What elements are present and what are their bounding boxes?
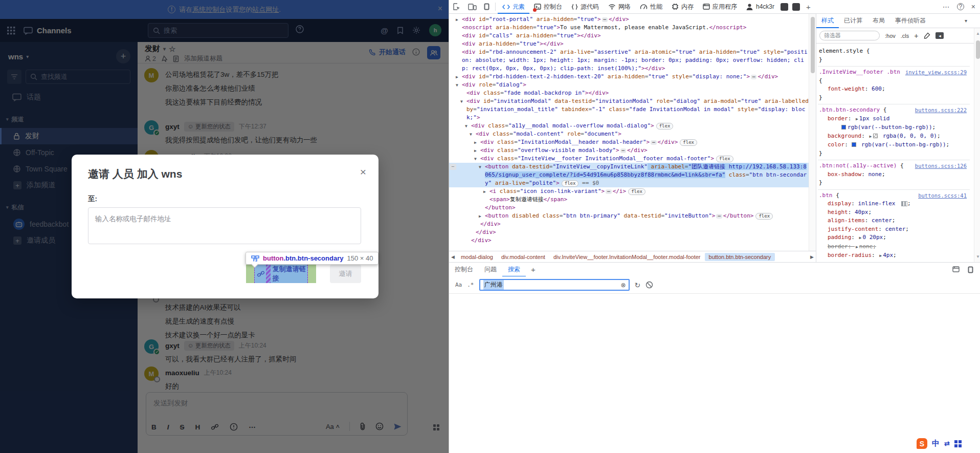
css-rule[interactable]: buttons.scss:41.btn {display: inline-fle… [818, 190, 970, 263]
styles-tab-事件侦听器[interactable]: 事件侦听器 [890, 14, 931, 28]
css-property[interactable]: font-weight: 600; [819, 85, 969, 94]
drawer-tab-问题[interactable]: 问题 [479, 263, 502, 277]
crumb-scroll-right-icon[interactable]: ▶ [808, 254, 816, 260]
css-property[interactable]: height: 40px; [819, 208, 969, 217]
dom-node[interactable]: </div> [449, 220, 809, 228]
dom-scrollbar[interactable] [809, 14, 816, 251]
drawer-dock-icon[interactable] [952, 266, 960, 273]
dom-node[interactable]: ▼<div class="a11y__modal modal--overflow… [449, 122, 809, 130]
dom-node[interactable]: <div aria-hidden="true"></div> [449, 40, 809, 48]
stylesheet-link[interactable]: invite_view.scss:29 [905, 68, 967, 77]
flex-badge[interactable]: flex [716, 156, 733, 162]
devtools-tab-网络[interactable]: 网络 [604, 0, 635, 14]
css-property[interactable]: border: ▶none; [819, 243, 969, 252]
devtools-tab-元素[interactable]: 元素 [498, 0, 529, 14]
ime-logo[interactable]: S [917, 438, 927, 449]
dom-node[interactable]: ▶<div class="InvitationModal__header mod… [449, 138, 809, 146]
css-property[interactable]: justify-content: center; [819, 225, 969, 234]
copy-invite-link-button[interactable]: 复制邀请链接 [246, 265, 316, 283]
expand-arrow-icon[interactable]: ▶ [483, 188, 486, 196]
invite-button[interactable]: 邀请 [330, 265, 361, 283]
css-property[interactable]: border: ▶1px solidrgb(var(--button-bg-rg… [819, 115, 969, 132]
expand-arrow-icon[interactable]: ▼ [460, 98, 463, 106]
dom-node[interactable]: ▼<div role="dialog"> [449, 81, 809, 89]
breadcrumb-item[interactable]: div.modal-content [497, 253, 549, 261]
css-property[interactable]: box-shadow: none; [819, 170, 969, 179]
expand-arrow-icon[interactable]: ▼ [470, 131, 472, 139]
crumb-scroll-left-icon[interactable]: ◀ [449, 254, 457, 260]
device-toolbar-icon[interactable] [464, 3, 480, 10]
dom-node[interactable]: ▶<div id="rbd-hidden-text-2-hidden-text-… [449, 73, 809, 81]
computed-sidebar-toggle-icon[interactable]: ◂ [936, 32, 944, 39]
collapsed-ellipsis[interactable]: ⋯ [651, 140, 656, 145]
expand-arrow-icon[interactable]: ▶ [456, 73, 458, 81]
css-rule[interactable]: invite_view.scss:29.InviteView__footer .… [818, 67, 970, 104]
styles-filter-input[interactable]: 筛选器 [819, 31, 880, 40]
dom-node-selected[interactable]: ⋯▼<button data-testid="InviteView__copyI… [449, 163, 809, 187]
ime-switch-icon[interactable]: ⇄ [944, 440, 950, 447]
collapsed-ellipsis[interactable]: ⋯ [620, 148, 626, 153]
styles-tab-样式[interactable]: 样式 [816, 14, 839, 28]
inspect-element-icon[interactable] [449, 3, 464, 11]
regex-toggle[interactable]: .* [467, 282, 474, 288]
stylesheet-link[interactable]: buttons.scss:222 [915, 106, 967, 115]
breadcrumb-item[interactable]: modal-dialog [457, 253, 497, 261]
flex-badge[interactable]: flex [562, 180, 579, 187]
collapsed-ellipsis[interactable]: ⋯ [606, 189, 611, 194]
css-rule[interactable]: buttons.scss:126.btn:not(.a11y--active) … [818, 160, 970, 190]
extension-icon[interactable] [781, 3, 788, 11]
dom-node[interactable]: ▼<div class="modal-content" role="docume… [449, 130, 809, 138]
css-property[interactable]: align-items: center; [819, 217, 969, 225]
more-tabs-chevron-icon[interactable]: ▾ [965, 18, 980, 24]
css-property[interactable]: padding: ▶0 20px; [819, 233, 969, 243]
collapsed-ellipsis[interactable]: ⋯ [602, 17, 608, 22]
clear-input-icon[interactable]: ⊗ [620, 282, 626, 289]
dom-node[interactable]: ▶<div id="root-portal" aria-hidden="true… [449, 15, 809, 24]
dom-node[interactable]: </button> [449, 204, 809, 212]
flex-badge[interactable]: flex [755, 213, 773, 220]
new-tab-plus-icon[interactable]: + [802, 3, 815, 11]
stylesheet-link[interactable]: buttons.scss:41 [918, 191, 967, 200]
dom-node[interactable]: </div> [449, 228, 809, 236]
node-more-icon[interactable]: ⋯ [450, 164, 456, 170]
dom-node[interactable]: <div id="rbd-announcement-2" aria-live="… [449, 48, 809, 73]
flex-editor-icon[interactable] [901, 201, 907, 206]
flex-badge[interactable]: flex [680, 139, 697, 146]
styles-tab-已计算[interactable]: 已计算 [839, 14, 867, 28]
collapsed-ellipsis[interactable]: ⋯ [751, 75, 756, 79]
expand-arrow-icon[interactable]: ▶ [456, 16, 458, 24]
dom-node[interactable]: ▶<div class="overflow-visible modal-body… [449, 146, 809, 155]
pseudo-state-toggle[interactable]: :hov [885, 33, 896, 39]
expand-arrow-icon[interactable]: ▼ [456, 81, 458, 90]
dom-node[interactable]: <noscript aria-hidden="true">To use Matt… [449, 24, 809, 32]
dom-node[interactable]: <span>复制邀请链接</span> [449, 196, 809, 204]
devtools-more-icon[interactable]: ⋯ [943, 3, 950, 11]
devtools-help-icon[interactable]: ? [957, 3, 964, 10]
ime-mode[interactable]: 中 [932, 439, 940, 448]
focus-mode-icon[interactable] [480, 3, 493, 10]
expand-arrow-icon[interactable]: ▶ [479, 212, 481, 221]
dom-node[interactable]: <div id="calls" aria-hidden="true"></div… [449, 32, 809, 40]
drawer-tab-控制台[interactable]: 控制台 [449, 263, 479, 277]
devtools-tab-源代码[interactable]: 源代码 [567, 0, 604, 14]
extension-icon[interactable] [792, 3, 800, 11]
breadcrumb-item[interactable]: button.btn.btn-secondary [705, 253, 775, 261]
dom-node[interactable]: ▼<div class="InviteView__footer Invitati… [449, 155, 809, 163]
dom-node[interactable]: ▶<i class="icon icon-link-variant">⋯</i>… [449, 187, 809, 196]
styles-scrollbar[interactable]: ▲▼ [974, 28, 980, 262]
refresh-search-icon[interactable]: ↻ [635, 281, 641, 289]
invite-people-input[interactable]: 输入名称或电子邮件地址 [88, 207, 361, 244]
dom-node[interactable]: ▼<div id="invitationModal" data-testid="… [449, 97, 809, 122]
stylesheet-link[interactable]: buttons.scss:126 [915, 162, 967, 170]
css-property[interactable]: border-radius: ▶4px; [819, 251, 969, 261]
expand-arrow-icon[interactable]: ▶ [474, 139, 477, 147]
css-property[interactable]: display: inline-flex ; [819, 200, 969, 208]
clear-results-icon[interactable] [645, 281, 653, 289]
rendering-icon[interactable] [923, 32, 930, 39]
expand-arrow-icon[interactable]: ▼ [474, 155, 477, 163]
dom-node[interactable]: </div> [449, 236, 809, 245]
devtools-tab-应用程序[interactable]: 应用程序 [698, 0, 742, 14]
drawer-expand-icon[interactable] [968, 266, 973, 273]
styles-tab-布局[interactable]: 布局 [867, 14, 890, 28]
devtools-tab-控制台[interactable]: 控制台 [529, 0, 567, 14]
